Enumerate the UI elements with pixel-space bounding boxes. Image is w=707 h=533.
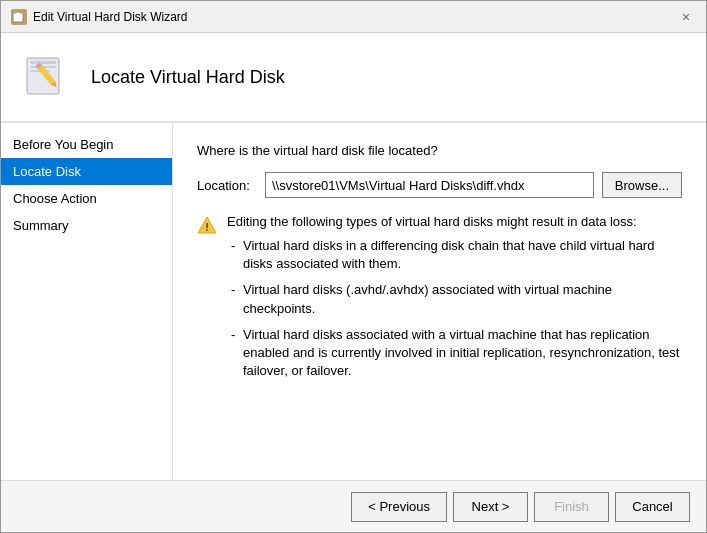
sidebar-item-locate-disk[interactable]: Locate Disk	[1, 158, 172, 185]
main-window: Edit Virtual Hard Disk Wizard × Loc	[0, 0, 707, 533]
cancel-button[interactable]: Cancel	[615, 492, 690, 522]
svg-rect-4	[30, 61, 56, 64]
warning-item-1: Virtual hard disks in a differencing dis…	[227, 237, 682, 273]
location-row: Location: Browse...	[197, 172, 682, 198]
sidebar-item-before-you-begin[interactable]: Before You Begin	[1, 131, 172, 158]
warning-item-3: Virtual hard disks associated with a vir…	[227, 326, 682, 381]
previous-button[interactable]: < Previous	[351, 492, 447, 522]
wizard-icon	[21, 50, 75, 104]
window-icon	[11, 9, 27, 25]
wizard-title: Locate Virtual Hard Disk	[91, 67, 285, 88]
sidebar-item-choose-action[interactable]: Choose Action	[1, 185, 172, 212]
titlebar: Edit Virtual Hard Disk Wizard ×	[1, 1, 706, 33]
sidebar: Before You Begin Locate Disk Choose Acti…	[1, 123, 173, 480]
close-button[interactable]: ×	[676, 7, 696, 27]
wizard-footer: < Previous Next > Finish Cancel	[1, 480, 706, 532]
window-title: Edit Virtual Hard Disk Wizard	[33, 10, 676, 24]
warning-item-2: Virtual hard disks (.avhd/.avhdx) associ…	[227, 281, 682, 317]
warning-content: Editing the following types of virtual h…	[227, 214, 682, 388]
wizard-header: Locate Virtual Hard Disk	[1, 33, 706, 123]
location-input[interactable]	[265, 172, 594, 198]
warning-box: ! Editing the following types of virtual…	[197, 214, 682, 388]
warning-text: Editing the following types of virtual h…	[227, 214, 682, 229]
sidebar-item-summary[interactable]: Summary	[1, 212, 172, 239]
finish-button[interactable]: Finish	[534, 492, 609, 522]
content-area: Where is the virtual hard disk file loca…	[173, 123, 706, 480]
next-button[interactable]: Next >	[453, 492, 528, 522]
browse-button[interactable]: Browse...	[602, 172, 682, 198]
location-label: Location:	[197, 178, 257, 193]
svg-text:!: !	[205, 221, 209, 233]
warning-list: Virtual hard disks in a differencing dis…	[227, 237, 682, 380]
warning-icon: !	[197, 215, 217, 235]
location-question: Where is the virtual hard disk file loca…	[197, 143, 682, 158]
wizard-body: Before You Begin Locate Disk Choose Acti…	[1, 123, 706, 480]
